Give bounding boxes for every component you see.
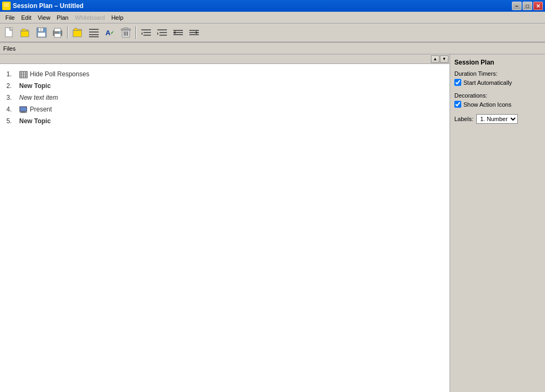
svg-marker-28 <box>141 32 142 35</box>
title-bar-controls: – □ ✕ <box>512 2 543 10</box>
svg-rect-1 <box>4 3 9 7</box>
svg-point-13 <box>59 32 61 34</box>
close-button[interactable]: ✕ <box>533 2 543 10</box>
content-panel: ▲ ▼ 1. Hide Poll <box>0 54 450 392</box>
item-text: Present <box>30 105 52 114</box>
item-num: 2. <box>6 81 19 91</box>
svg-rect-11 <box>54 28 61 31</box>
list-button[interactable] <box>86 26 101 39</box>
svg-rect-5 <box>21 31 29 37</box>
spell-icon: A <box>106 29 110 37</box>
menu-edit[interactable]: Edit <box>18 13 35 22</box>
app-title: Session Plan – Untitled <box>13 2 84 10</box>
menu-bar: File Edit View Plan Whiteboard Help <box>0 12 545 23</box>
svg-marker-32 <box>157 32 158 35</box>
svg-rect-14 <box>73 30 82 37</box>
list-item: 5. New Topic <box>6 115 443 127</box>
duration-timers-section: Duration Timers: Start Automatically <box>454 70 541 86</box>
start-auto-label: Start Automatically <box>463 79 512 86</box>
show-action-icons-row: Show Action Icons <box>454 101 541 108</box>
files-label: Files <box>3 45 15 52</box>
move-right-button[interactable] <box>187 26 202 39</box>
list-item: 2. New Topic <box>6 80 443 92</box>
outdent-button[interactable] <box>139 26 154 39</box>
scroll-down-arrow[interactable]: ▼ <box>440 55 448 63</box>
svg-rect-8 <box>38 33 45 37</box>
labels-label: Labels: <box>454 116 473 122</box>
svg-rect-24 <box>124 28 128 29</box>
app-icon <box>2 2 11 10</box>
move-left-button[interactable] <box>171 26 186 39</box>
menu-help[interactable]: Help <box>108 13 127 22</box>
save-button[interactable] <box>34 26 49 39</box>
labels-select[interactable]: 1. Number A. Letter I. Roman None <box>476 114 518 124</box>
start-auto-checkbox[interactable] <box>454 79 461 86</box>
item-num: 4. <box>6 105 19 114</box>
main-area: ▲ ▼ 1. Hide Poll <box>0 54 545 392</box>
decorations-label: Decorations: <box>454 92 541 99</box>
svg-rect-48 <box>20 107 27 111</box>
item-text: New Topic <box>19 116 51 126</box>
restore-button[interactable]: □ <box>523 2 532 10</box>
separator-1 <box>67 26 68 39</box>
poll-icon <box>19 69 28 79</box>
start-auto-row: Start Automatically <box>454 79 541 86</box>
scroll-up-arrow[interactable]: ▲ <box>431 55 439 63</box>
delete-button[interactable] <box>118 26 133 39</box>
minimize-button[interactable]: – <box>512 2 522 10</box>
menu-view[interactable]: View <box>35 13 54 22</box>
decorations-section: Decorations: Show Action Icons <box>454 92 541 108</box>
item-text: Hide Poll Responses <box>30 69 89 79</box>
duration-timers-label: Duration Timers: <box>454 70 541 77</box>
panel-title: Session Plan <box>454 59 541 66</box>
new-button[interactable] <box>2 26 17 39</box>
list-item: 1. Hide Poll Responses <box>6 68 443 80</box>
item-text: New text item <box>19 93 58 102</box>
list-area: 1. Hide Poll Responses 2. <box>0 64 450 392</box>
svg-rect-12 <box>54 34 61 37</box>
menu-plan[interactable]: Plan <box>53 13 71 22</box>
monitor-icon <box>19 105 28 114</box>
list-item: 3. New text item <box>6 92 443 103</box>
item-text: New Topic <box>19 81 51 91</box>
svg-marker-40 <box>196 31 198 34</box>
print-button[interactable] <box>50 26 65 39</box>
show-action-icons-label: Show Action Icons <box>463 101 511 108</box>
spell-check-mark: ✓ <box>110 30 114 35</box>
svg-marker-36 <box>173 31 175 34</box>
scroll-top-bar: ▲ ▼ <box>0 54 450 64</box>
open-button[interactable] <box>18 26 33 39</box>
item-num: 3. <box>6 93 19 102</box>
toolbar: A ✓ <box>0 23 545 43</box>
item-num: 5. <box>6 116 19 126</box>
svg-rect-9 <box>40 28 42 31</box>
spell-button[interactable]: A ✓ <box>102 26 117 39</box>
item-num: 1. <box>6 69 19 79</box>
list-item: 4. Present <box>6 103 443 115</box>
labels-section: Labels: 1. Number A. Letter I. Roman Non… <box>454 114 541 124</box>
title-bar-left: Session Plan – Untitled <box>2 2 84 10</box>
menu-whiteboard: Whiteboard <box>71 13 108 22</box>
menu-file[interactable]: File <box>2 13 18 22</box>
files-bar: Files <box>0 43 545 54</box>
folder-button[interactable] <box>70 26 85 39</box>
indent-button[interactable] <box>155 26 170 39</box>
show-action-icons-checkbox[interactable] <box>454 101 461 108</box>
right-panel: Session Plan Duration Timers: Start Auto… <box>450 54 545 392</box>
title-bar: Session Plan – Untitled – □ ✕ <box>0 0 545 12</box>
labels-row: Labels: 1. Number A. Letter I. Roman Non… <box>454 114 541 124</box>
separator-2 <box>135 26 137 39</box>
